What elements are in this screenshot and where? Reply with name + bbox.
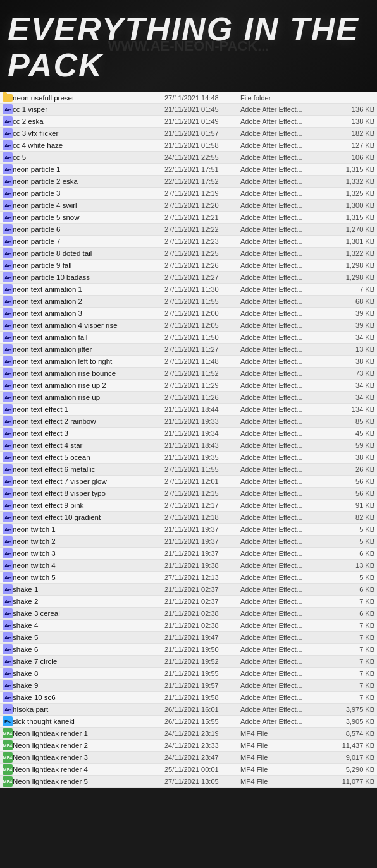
file-size: 136 KB xyxy=(330,105,374,113)
table-row[interactable]: Aeshake 7 circle21/11/2021 19:52Adobe Af… xyxy=(0,656,377,668)
table-row[interactable]: Aecc 4 white haze21/11/2021 01:58Adobe A… xyxy=(0,140,377,152)
ae-icon: Ae xyxy=(3,128,13,138)
file-type: Adobe After Effect... xyxy=(240,226,330,233)
table-row[interactable]: Aeneon particle 122/11/2021 17:51Adobe A… xyxy=(0,164,377,176)
file-name: shake 6 xyxy=(13,646,164,653)
table-row[interactable]: Aeneon particle 5 snow27/11/2021 12:21Ad… xyxy=(0,212,377,224)
file-date: 22/11/2021 17:51 xyxy=(164,166,240,173)
table-row[interactable]: Aeshake 421/11/2021 02:38Adobe After Eff… xyxy=(0,620,377,632)
table-row[interactable]: Aeneon text animation 227/11/2021 11:55A… xyxy=(0,296,377,308)
table-row[interactable]: Aeneon text effect 4 star21/11/2021 18:4… xyxy=(0,440,377,452)
table-row[interactable]: MP4Neon lightleak render 224/11/2021 23:… xyxy=(0,740,377,752)
table-row[interactable]: Aecc 524/11/2021 22:55Adobe After Effect… xyxy=(0,152,377,164)
file-date: 21/11/2021 01:58 xyxy=(164,142,240,149)
file-size: 6 KB xyxy=(330,586,374,593)
table-row[interactable]: Aeneon text effect 5 ocean21/11/2021 19:… xyxy=(0,452,377,464)
file-size: 1,270 KB xyxy=(330,226,374,233)
table-row[interactable]: Aeneon twitch 421/11/2021 19:38Adobe Aft… xyxy=(0,560,377,572)
file-name: cc 2 eska xyxy=(13,118,164,125)
table-row[interactable]: Aeneon text effect 6 metallic27/11/2021 … xyxy=(0,464,377,476)
ae-icon: Ae xyxy=(3,248,13,258)
file-size: 7 KB xyxy=(330,682,374,689)
file-name: shake 8 xyxy=(13,670,164,677)
file-size: 7 KB xyxy=(330,646,374,653)
file-size: 127 KB xyxy=(330,142,374,149)
table-row[interactable]: Aeneon text animation rise up27/11/2021 … xyxy=(0,392,377,404)
table-row[interactable]: Aeneon text animation 327/11/2021 12:00A… xyxy=(0,308,377,320)
table-row[interactable]: MP4Neon lightleak render 425/11/2021 00:… xyxy=(0,764,377,776)
table-row[interactable]: Aeneon text effect 7 visper glow27/11/20… xyxy=(0,476,377,488)
file-name: shake 5 xyxy=(13,634,164,641)
file-size: 6 KB xyxy=(330,550,374,557)
table-row[interactable]: Aeneon text animation rise up 227/11/202… xyxy=(0,380,377,392)
file-date: 27/11/2021 11:48 xyxy=(164,358,240,365)
table-row[interactable]: Aeneon twitch 221/11/2021 19:37Adobe Aft… xyxy=(0,536,377,548)
table-row[interactable]: MP4Neon lightleak render 124/11/2021 23:… xyxy=(0,728,377,740)
file-type: Adobe After Effect... xyxy=(240,118,330,125)
ae-icon: Ae xyxy=(3,488,13,498)
table-row[interactable]: Aeshake 221/11/2021 02:37Adobe After Eff… xyxy=(0,596,377,608)
file-size: 138 KB xyxy=(330,118,374,125)
table-row[interactable]: Aeneon text effect 121/11/2021 18:44Adob… xyxy=(0,404,377,416)
table-row[interactable]: Aeshake 10 sc621/11/2021 19:58Adobe Afte… xyxy=(0,692,377,704)
file-date: 21/11/2021 02:37 xyxy=(164,586,240,593)
table-row[interactable]: Aeneon text animation rise bounce27/11/2… xyxy=(0,368,377,380)
table-row[interactable]: Aeshake 621/11/2021 19:50Adobe After Eff… xyxy=(0,644,377,656)
table-row[interactable]: Aecc 3 vfx flicker21/11/2021 01:57Adobe … xyxy=(0,128,377,140)
file-name: cc 4 white haze xyxy=(13,142,164,149)
file-date: 27/11/2021 11:27 xyxy=(164,346,240,353)
table-row[interactable]: Aeneon particle 8 doted tail27/11/2021 1… xyxy=(0,248,377,260)
table-row[interactable]: Aeshake 121/11/2021 02:37Adobe After Eff… xyxy=(0,584,377,596)
table-row[interactable]: Aeneon text effect 8 visper typo27/11/20… xyxy=(0,488,377,500)
table-row[interactable]: Aeshake 921/11/2021 19:57Adobe After Eff… xyxy=(0,680,377,692)
table-row[interactable]: Aeshake 3 cereal21/11/2021 02:38Adobe Af… xyxy=(0,608,377,620)
table-row[interactable]: Aeneon text animation fall27/11/2021 11:… xyxy=(0,332,377,344)
table-row[interactable]: Aehisoka part26/11/2021 16:01Adobe After… xyxy=(0,704,377,716)
table-row[interactable]: neon usefull preset27/11/2021 14:48File … xyxy=(0,92,377,104)
file-type: MP4 File xyxy=(240,766,330,773)
table-row[interactable]: Aeneon particle 2 eska22/11/2021 17:52Ad… xyxy=(0,176,377,188)
table-row[interactable]: MP4Neon lightleak render 324/11/2021 23:… xyxy=(0,752,377,764)
file-name: neon particle 1 xyxy=(13,166,164,173)
table-row[interactable]: Aeneon twitch 121/11/2021 19:37Adobe Aft… xyxy=(0,524,377,536)
table-row[interactable]: Aeneon text effect 9 pink27/11/2021 12:1… xyxy=(0,500,377,512)
table-row[interactable]: Aeshake 521/11/2021 19:47Adobe After Eff… xyxy=(0,632,377,644)
table-row[interactable]: Aeneon particle 9 fall27/11/2021 12:26Ad… xyxy=(0,260,377,272)
file-name: neon text animation 3 xyxy=(13,310,164,317)
table-row[interactable]: Aeneon text effect 10 gradient27/11/2021… xyxy=(0,512,377,524)
table-row[interactable]: Aeneon text effect 2 rainbow21/11/2021 1… xyxy=(0,416,377,428)
ae-icon: Ae xyxy=(3,104,13,114)
file-date: 27/11/2021 12:18 xyxy=(164,514,240,521)
table-row[interactable]: Aeneon text effect 321/11/2021 19:34Adob… xyxy=(0,428,377,440)
table-row[interactable]: Aeneon particle 327/11/2021 12:19Adobe A… xyxy=(0,188,377,200)
table-row[interactable]: Aeneon particle 10 badass27/11/2021 12:2… xyxy=(0,272,377,284)
table-row[interactable]: Aeneon text animation 127/11/2021 11:30A… xyxy=(0,284,377,296)
file-name: sick thought kaneki xyxy=(13,718,164,725)
file-type: File folder xyxy=(240,94,330,102)
file-type: Adobe After Effect... xyxy=(240,190,330,197)
file-size: 1,300 KB xyxy=(330,202,374,209)
file-type: Adobe After Effect... xyxy=(240,718,330,725)
file-name: neon particle 7 xyxy=(13,238,164,245)
file-date: 21/11/2021 19:38 xyxy=(164,562,240,569)
file-type: Adobe After Effect... xyxy=(240,382,330,389)
table-row[interactable]: Aeneon particle 627/11/2021 12:22Adobe A… xyxy=(0,224,377,236)
file-size: 13 KB xyxy=(330,346,374,353)
file-date: 21/11/2021 01:57 xyxy=(164,130,240,137)
file-size: 1,298 KB xyxy=(330,262,374,269)
file-type: Adobe After Effect... xyxy=(240,502,330,509)
table-row[interactable]: Aeneon particle 727/11/2021 12:23Adobe A… xyxy=(0,236,377,248)
table-row[interactable]: Aeneon particle 4 swirl27/11/2021 12:20A… xyxy=(0,200,377,212)
file-date: 26/11/2021 16:01 xyxy=(164,706,240,713)
table-row[interactable]: Aecc 2 eska21/11/2021 01:49Adobe After E… xyxy=(0,116,377,128)
table-row[interactable]: Aeshake 821/11/2021 19:55Adobe After Eff… xyxy=(0,668,377,680)
table-row[interactable]: Aecc 1 visper21/11/2021 01:45Adobe After… xyxy=(0,104,377,116)
table-row[interactable]: Aeneon twitch 321/11/2021 19:37Adobe Aft… xyxy=(0,548,377,560)
file-date: 21/11/2021 18:43 xyxy=(164,442,240,449)
table-row[interactable]: Aeneon text animation 4 visper rise27/11… xyxy=(0,320,377,332)
table-row[interactable]: Aeneon twitch 527/11/2021 12:13Adobe Aft… xyxy=(0,572,377,584)
table-row[interactable]: MP4Neon lightleak render 527/11/2021 13:… xyxy=(0,776,377,788)
table-row[interactable]: Aeneon text animation left to right27/11… xyxy=(0,356,377,368)
table-row[interactable]: Aeneon text animation jitter27/11/2021 1… xyxy=(0,344,377,356)
table-row[interactable]: Pssick thought kaneki26/11/2021 15:55Ado… xyxy=(0,716,377,728)
